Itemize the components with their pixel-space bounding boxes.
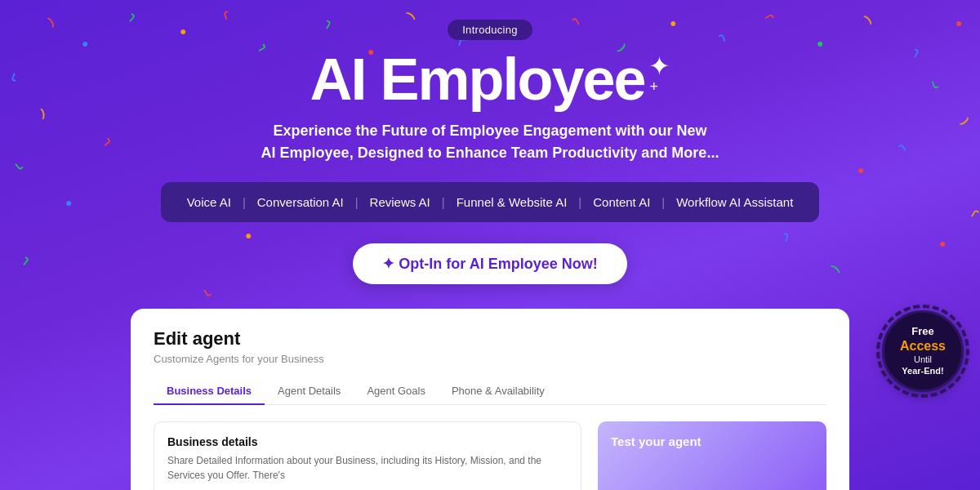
- features-bar: Voice AI | Conversation AI | Reviews AI …: [161, 182, 820, 222]
- test-agent-label: Test your agent: [611, 434, 702, 448]
- agent-tabs: Business DetailsAgent DetailsAgent Goals…: [154, 378, 826, 405]
- free-badge: Free Access Until Year-End!: [882, 310, 964, 392]
- test-agent-panel[interactable]: Test your agent: [598, 421, 826, 490]
- badge-access-text: Access: [900, 338, 946, 354]
- intro-badge: Introducing: [448, 20, 532, 40]
- feature-divider: |: [243, 195, 246, 209]
- main-title: AI Employee: [310, 50, 644, 109]
- main-content: Introducing AI Employee ✦ + Experience t…: [0, 0, 980, 490]
- feature-divider: |: [578, 195, 581, 209]
- badge-circle: Free Access Until Year-End!: [882, 310, 964, 392]
- intro-badge-label: Introducing: [462, 24, 518, 36]
- section-desc: Share Detailed Information about your Bu…: [167, 453, 568, 483]
- business-details-section: Business details Share Detailed Informat…: [154, 421, 581, 490]
- title-decorations: ✦ +: [648, 53, 670, 94]
- feature-item-5: Workflow AI Assistant: [676, 195, 793, 209]
- feature-item-4: Content AI: [593, 195, 650, 209]
- sparkle-icon: ✦: [648, 53, 670, 79]
- agent-tab-3[interactable]: Phone & Availability: [439, 378, 558, 405]
- title-row: AI Employee ✦ +: [310, 50, 670, 109]
- feature-divider: |: [355, 195, 359, 209]
- cta-button[interactable]: ✦ Opt-In for AI Employee Now!: [353, 243, 626, 284]
- feature-divider: |: [662, 195, 665, 209]
- agent-card-subtitle: Customize Agents for your Business: [154, 353, 826, 365]
- agent-tab-1[interactable]: Agent Details: [265, 378, 354, 405]
- subtitle-line2: AI Employee, Designed to Enhance Team Pr…: [261, 145, 719, 161]
- feature-item-0: Voice AI: [187, 195, 231, 209]
- section-title: Business details: [167, 435, 568, 448]
- agent-body: Business details Share Detailed Informat…: [154, 421, 826, 490]
- feature-item-2: Reviews AI: [370, 195, 430, 209]
- cta-label: ✦ Opt-In for AI Employee Now!: [382, 255, 597, 273]
- agent-tab-0[interactable]: Business Details: [154, 378, 265, 405]
- subtitle: Experience the Future of Employee Engage…: [261, 120, 719, 164]
- plus-icon: +: [650, 79, 659, 94]
- badge-yearend-text: Year-End!: [902, 365, 943, 376]
- agent-card-title: Edit agent: [154, 328, 826, 350]
- agent-card: Edit agent Customize Agents for your Bus…: [131, 309, 849, 490]
- agent-tab-2[interactable]: Agent Goals: [354, 378, 439, 405]
- feature-item-1: Conversation AI: [257, 195, 344, 209]
- badge-free-text: Free: [911, 325, 933, 338]
- feature-divider: |: [442, 195, 445, 209]
- badge-until-text: Until: [914, 354, 932, 365]
- feature-item-3: Funnel & Website AI: [457, 195, 568, 209]
- subtitle-line1: Experience the Future of Employee Engage…: [273, 122, 706, 139]
